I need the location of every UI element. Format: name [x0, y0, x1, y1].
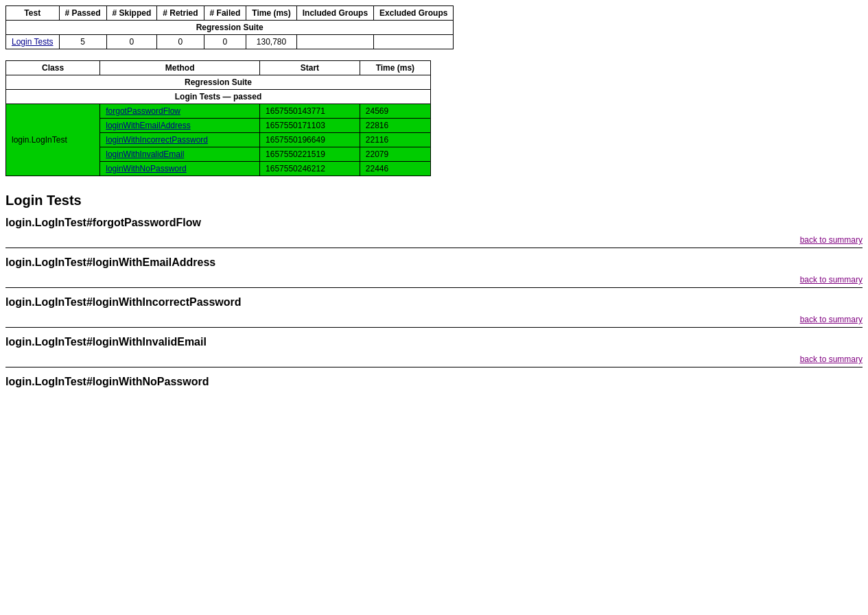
method-link-0[interactable]: forgotPasswordFlow	[106, 106, 180, 116]
method-block-3: login.LogInTest#loginWithInvalidEmail ba…	[5, 336, 863, 367]
time-4: 22446	[360, 162, 430, 176]
detail-group-label: Login Tests — passed	[6, 90, 431, 104]
failed-count: 0	[204, 35, 246, 49]
time-3: 22079	[360, 147, 430, 162]
detail-table: Class Method Start Time (ms) Regression …	[5, 60, 431, 176]
method-title-4: login.LogInTest#loginWithNoPassword	[5, 376, 863, 388]
method-link-cell[interactable]: loginWithInvalidEmail	[100, 147, 260, 162]
method-block-4: login.LogInTest#loginWithNoPassword	[5, 376, 863, 388]
detail-col-class: Class	[6, 61, 100, 75]
login-tests-link[interactable]: Login Tests	[12, 37, 54, 47]
detail-col-method: Method	[100, 61, 260, 75]
detail-col-start: Start	[260, 61, 360, 75]
time-value: 130,780	[246, 35, 296, 49]
start-time-0: 1657550143771	[260, 104, 360, 119]
table-row: Login Tests 5 0 0 0 130,780	[6, 35, 454, 49]
method-link-cell[interactable]: loginWithEmailAddress	[100, 119, 260, 133]
back-to-summary-link-1[interactable]: back to summary	[800, 275, 863, 285]
back-to-summary-row-1: back to summary	[5, 274, 863, 288]
back-to-summary-link-0[interactable]: back to summary	[800, 235, 863, 245]
time-1: 22816	[360, 119, 430, 133]
method-link-cell[interactable]: loginWithIncorrectPassword	[100, 133, 260, 147]
time-2: 22116	[360, 133, 430, 147]
start-time-2: 1657550196649	[260, 133, 360, 147]
detail-group-row: Login Tests — passed	[6, 90, 431, 104]
skipped-count: 0	[106, 35, 157, 49]
method-title-1: login.LogInTest#loginWithEmailAddress	[5, 256, 863, 269]
method-title-2: login.LogInTest#loginWithIncorrectPasswo…	[5, 296, 863, 309]
start-time-1: 1657550171103	[260, 119, 360, 133]
start-time-4: 1657550246212	[260, 162, 360, 176]
col-header-passed: # Passed	[59, 6, 106, 21]
col-header-time: Time (ms)	[246, 6, 296, 21]
method-title-0: login.LogInTest#forgotPasswordFlow	[5, 217, 863, 229]
method-title-3: login.LogInTest#loginWithInvalidEmail	[5, 336, 863, 348]
table-row: login.LogInTest forgotPasswordFlow 16575…	[6, 104, 431, 119]
method-link-4[interactable]: loginWithNoPassword	[106, 164, 186, 173]
method-block-2: login.LogInTest#loginWithIncorrectPasswo…	[5, 296, 863, 328]
back-to-summary-row-3: back to summary	[5, 354, 863, 367]
summary-table: Test # Passed # Skipped # Retried # Fail…	[5, 5, 454, 49]
suite-label: Regression Suite	[6, 21, 454, 35]
retried-count: 0	[157, 35, 204, 49]
back-to-summary-link-3[interactable]: back to summary	[800, 354, 863, 364]
method-block-1: login.LogInTest#loginWithEmailAddress ba…	[5, 256, 863, 288]
back-to-summary-row-0: back to summary	[5, 234, 863, 248]
detail-suite-row: Regression Suite	[6, 75, 431, 90]
suite-row: Regression Suite	[6, 21, 454, 35]
method-link-cell[interactable]: loginWithNoPassword	[100, 162, 260, 176]
time-0: 24569	[360, 104, 430, 119]
col-header-test: Test	[6, 6, 60, 21]
class-name: login.LogInTest	[6, 104, 100, 176]
back-to-summary-link-2[interactable]: back to summary	[800, 315, 863, 324]
method-link-3[interactable]: loginWithInvalidEmail	[106, 149, 184, 159]
col-header-retried: # Retried	[157, 6, 204, 21]
back-to-summary-row-2: back to summary	[5, 314, 863, 328]
detail-suite-label: Regression Suite	[6, 75, 431, 90]
method-block-0: login.LogInTest#forgotPasswordFlow back …	[5, 217, 863, 248]
method-link-2[interactable]: loginWithIncorrectPassword	[106, 135, 208, 145]
detail-col-time: Time (ms)	[360, 61, 430, 75]
excluded-groups-value	[374, 35, 454, 49]
start-time-3: 1657550221519	[260, 147, 360, 162]
method-link-1[interactable]: loginWithEmailAddress	[106, 121, 190, 130]
login-tests-title: Login Tests	[5, 193, 863, 208]
included-groups-value	[296, 35, 373, 49]
col-header-included-groups: Included Groups	[296, 6, 373, 21]
col-header-skipped: # Skipped	[106, 6, 157, 21]
test-link-cell[interactable]: Login Tests	[6, 35, 60, 49]
col-header-excluded-groups: Excluded Groups	[374, 6, 454, 21]
login-tests-section: Login Tests login.LogInTest#forgotPasswo…	[5, 193, 863, 388]
col-header-failed: # Failed	[204, 6, 246, 21]
method-link-cell[interactable]: forgotPasswordFlow	[100, 104, 260, 119]
passed-count: 5	[59, 35, 106, 49]
